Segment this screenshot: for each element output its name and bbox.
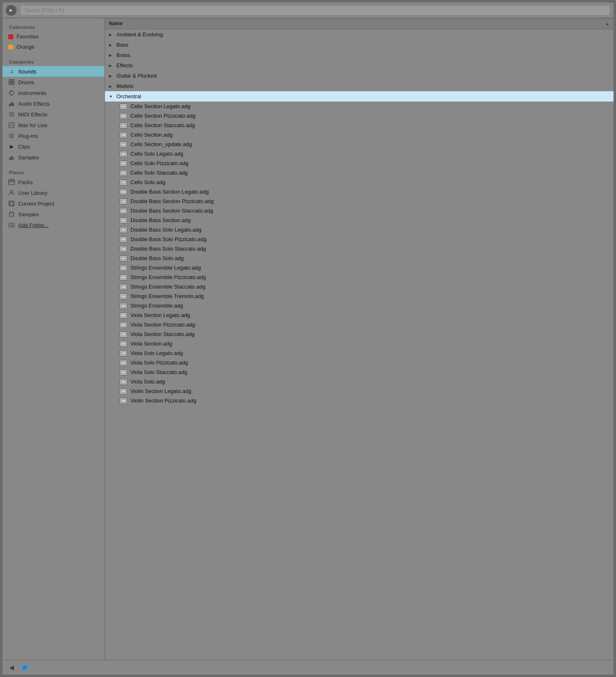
file-row[interactable]: Viola Solo Staccato.adg: [105, 367, 614, 377]
back-icon[interactable]: ◀: [7, 663, 17, 672]
file-icon: [120, 369, 127, 375]
orange-dot: [8, 45, 13, 50]
favorites-dot: [8, 34, 13, 39]
main-content: Collections Favorites Orange Categories …: [2, 18, 614, 660]
svg-rect-19: [9, 158, 10, 160]
folder-brass[interactable]: ▶ Brass: [105, 50, 614, 60]
file-name: Cello Section Legato.adg: [130, 103, 190, 109]
file-icon: [120, 132, 127, 138]
svg-rect-2: [9, 83, 11, 85]
folder-arrow-brass: ▶: [109, 53, 114, 57]
file-row[interactable]: Cello Solo Pizzicato.adg: [105, 159, 614, 168]
bottom-bar: ◀: [2, 660, 614, 675]
file-icon: [120, 341, 127, 347]
sidebar-item-drums[interactable]: Drums: [2, 77, 104, 88]
file-row[interactable]: Violin Section Legato.adg: [105, 386, 614, 396]
sidebar-item-orange[interactable]: Orange: [2, 42, 104, 52]
file-name: Double Bass Solo Legato.adg: [130, 227, 201, 233]
file-row[interactable]: Cello Solo Staccato.adg: [105, 168, 614, 178]
sidebar-item-sounds[interactable]: ♫ Sounds: [2, 66, 104, 77]
file-name: Cello Section Pizzicato.adg: [130, 113, 196, 119]
file-row[interactable]: Viola Section Pizzicato.adg: [105, 320, 614, 329]
file-row[interactable]: Strings Ensemble Staccato.adg: [105, 282, 614, 291]
play-button[interactable]: [6, 5, 17, 16]
folder-arrow-ambient: ▶: [109, 33, 114, 37]
file-icon: [120, 113, 127, 119]
sidebar-item-midi-effects[interactable]: MIDI Effects: [2, 109, 104, 120]
categories-header: Categories: [2, 56, 104, 66]
folder-ambient[interactable]: ▶ Ambient & Evolving: [105, 29, 614, 40]
file-row[interactable]: Cello Solo Legato.adg: [105, 149, 614, 159]
file-row[interactable]: Double Bass Section.adg: [105, 215, 614, 225]
file-row[interactable]: Viola Solo Pizzicato.adg: [105, 358, 614, 367]
clips-icon: ▶: [8, 143, 15, 150]
folder-guitar[interactable]: ▶ Guitar & Plucked: [105, 71, 614, 81]
file-list-header: Name ▲: [105, 18, 614, 29]
file-row[interactable]: Double Bass Solo Staccato.adg: [105, 244, 614, 253]
file-row[interactable]: Cello Solo.adg: [105, 178, 614, 187]
file-row[interactable]: Double Bass Solo Legato.adg: [105, 225, 614, 234]
folder-bass[interactable]: ▶ Bass: [105, 40, 614, 50]
search-input[interactable]: [20, 5, 610, 16]
file-row[interactable]: Double Bass Section Legato.adg: [105, 187, 614, 196]
sidebar-item-favorites[interactable]: Favorites: [2, 31, 104, 42]
live-icon[interactable]: [20, 663, 30, 672]
folder-orchestral[interactable]: ▼ Orchestral: [105, 91, 614, 102]
svg-rect-11: [13, 103, 14, 106]
places-header: Places: [2, 167, 104, 177]
sidebar-item-samples[interactable]: Samples: [2, 152, 104, 163]
file-row[interactable]: Strings Ensemble Tremolo.adg: [105, 291, 614, 301]
add-folder-label: Add Folder...: [18, 222, 49, 228]
file-row[interactable]: Cello Section_update.adg: [105, 140, 614, 149]
file-row[interactable]: Cello Section.adg: [105, 130, 614, 140]
user-library-label: User Library: [18, 190, 47, 196]
file-name: Cello Solo Legato.adg: [130, 151, 183, 157]
file-row[interactable]: Cello Section Staccato.adg: [105, 121, 614, 130]
samples-icon: [8, 154, 15, 161]
file-icon: [120, 322, 127, 328]
file-row[interactable]: Viola Section Staccato.adg: [105, 329, 614, 339]
folder-arrow-guitar: ▶: [109, 74, 114, 78]
sidebar-item-audio-effects[interactable]: Audio Effects: [2, 98, 104, 109]
file-row[interactable]: Double Bass Section Pizzicato.adg: [105, 196, 614, 206]
file-row[interactable]: Viola Solo Legato.adg: [105, 348, 614, 358]
sidebar-item-clips[interactable]: ▶ Clips: [2, 141, 104, 152]
file-row[interactable]: Cello Section Legato.adg: [105, 102, 614, 111]
sidebar-item-plug-ins[interactable]: Plug-Ins: [2, 130, 104, 141]
file-name: Cello Section_update.adg: [130, 141, 192, 147]
sidebar-item-samples-place[interactable]: Samples: [2, 209, 104, 220]
file-row[interactable]: Double Bass Solo.adg: [105, 253, 614, 263]
file-icon: [120, 388, 127, 394]
sidebar-item-add-folder[interactable]: Add Folder...: [2, 220, 104, 230]
file-row[interactable]: Strings Ensemble.adg: [105, 301, 614, 310]
sounds-label: Sounds: [18, 69, 36, 75]
midi-effects-label: MIDI Effects: [18, 111, 47, 118]
svg-rect-10: [12, 102, 12, 106]
sidebar-item-instruments[interactable]: Instruments: [2, 88, 104, 98]
file-row[interactable]: Strings Ensemble Legato.adg: [105, 263, 614, 272]
file-row[interactable]: Cello Section Pizzicato.adg: [105, 111, 614, 121]
folder-mallets[interactable]: ▶ Mallets: [105, 81, 614, 91]
plug-ins-icon: [8, 133, 15, 139]
sidebar-item-max-for-live[interactable]: Max for Live: [2, 120, 104, 130]
file-row[interactable]: Viola Solo.adg: [105, 377, 614, 386]
file-row[interactable]: Violin Section Pizzicato.adg: [105, 396, 614, 405]
file-row[interactable]: Strings Ensemble Pizzicato.adg: [105, 272, 614, 282]
sidebar-item-user-library[interactable]: User Library: [2, 187, 104, 198]
file-name: Cello Section Staccato.adg: [130, 122, 195, 128]
packs-label: Packs: [18, 179, 33, 185]
sidebar-item-current-project[interactable]: Current Project: [2, 198, 104, 209]
folder-effects[interactable]: ▶ Effects: [105, 60, 614, 71]
file-row[interactable]: Double Bass Section Staccato.adg: [105, 206, 614, 215]
packs-icon: [8, 179, 15, 185]
sidebar-item-packs[interactable]: Packs: [2, 177, 104, 187]
file-row[interactable]: Viola Section.adg: [105, 339, 614, 348]
file-row[interactable]: Double Bass Solo Pizzicato.adg: [105, 234, 614, 244]
file-row[interactable]: Viola Section Legato.adg: [105, 310, 614, 320]
file-name: Strings Ensemble Tremolo.adg: [130, 293, 204, 299]
max-for-live-icon: [8, 122, 15, 128]
file-name: Viola Section Pizzicato.adg: [130, 322, 195, 328]
folder-arrow-mallets: ▶: [109, 84, 114, 88]
file-name: Violin Section Legato.adg: [130, 388, 191, 394]
instruments-label: Instruments: [18, 90, 46, 96]
